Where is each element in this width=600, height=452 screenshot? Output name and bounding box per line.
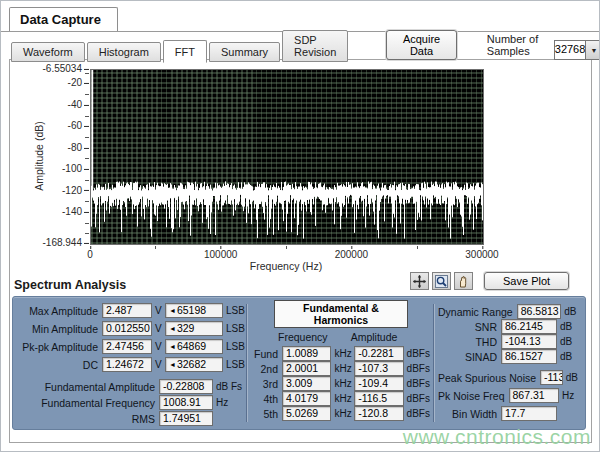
- number-of-samples-combobox[interactable]: 32768 ▼: [554, 40, 600, 60]
- dc-volts-field: 1.24672: [102, 357, 152, 372]
- field-label: THD: [438, 336, 501, 348]
- sinad-row: SINAD 86.1527 dB: [438, 349, 578, 364]
- h2-amplitude-field: -107.3: [354, 361, 403, 376]
- amplitude-column-header: Amplitude: [350, 331, 398, 343]
- harmonic-label: 3rd: [252, 378, 282, 390]
- spectrum-analysis-heading: Spectrum Analysis: [14, 278, 126, 292]
- unit-label: dB: [557, 321, 578, 332]
- y-minor-tick: [85, 73, 89, 74]
- y-tick-label: -20: [68, 77, 89, 88]
- unit-label: V: [152, 359, 165, 370]
- window-title-tab[interactable]: Data Capture: [9, 7, 118, 31]
- cursor-move-icon[interactable]: [410, 272, 429, 290]
- unit-label: dBFs: [404, 408, 430, 419]
- h4-frequency-field: 4.0179: [282, 391, 331, 406]
- x-tick-label: 0: [87, 249, 93, 260]
- peak-spurious-noise-field: -113.76: [540, 370, 563, 385]
- y-minor-tick: [85, 201, 89, 202]
- pan-hand-icon[interactable]: [454, 272, 473, 290]
- field-label: Fundamental Frequency: [17, 397, 159, 409]
- unit-label: dB: [557, 336, 578, 347]
- peak-spurious-noise-row: Peak Spurious Noise -113.76 dB: [438, 370, 578, 385]
- truncation-arrow-icon: ◄: [169, 325, 176, 332]
- unit-label: dB: [557, 351, 578, 362]
- tab-waveform[interactable]: Waveform: [11, 42, 85, 62]
- unit-label: dBFs: [404, 348, 430, 359]
- tab-histogram[interactable]: Histogram: [87, 42, 161, 62]
- pkpk-amplitude-volts-field: 2.47456: [102, 339, 152, 354]
- x-minor-tick: [417, 246, 418, 249]
- dc-row: DC 1.24672 V ◄32682 LSB: [17, 357, 246, 372]
- fundamental-measurements-group: Fundamental Amplitude -0.22808 dB Fs Fun…: [17, 379, 246, 427]
- data-capture-window: Data Capture Waveform Histogram FFT Summ…: [0, 0, 600, 452]
- field-label: Pk Noise Freq: [438, 390, 509, 402]
- h3-frequency-field: 3.009: [282, 376, 331, 391]
- unit-label: Hz: [213, 397, 246, 408]
- y-minor-tick: [85, 137, 89, 138]
- tab-fft[interactable]: FFT: [163, 40, 207, 63]
- fft-plot-canvas[interactable]: [90, 69, 484, 245]
- samples-value: 32768: [555, 41, 586, 59]
- fund-frequency-field: 1.0089: [282, 346, 331, 361]
- save-plot-button[interactable]: Save Plot: [484, 272, 569, 290]
- unit-label: LSB: [223, 341, 246, 352]
- unit-label: kHz: [331, 363, 354, 374]
- y-tick-label: -120: [62, 184, 89, 195]
- field-value: 65198: [177, 304, 206, 316]
- tab-sdp-revision[interactable]: SDP Revision: [282, 30, 348, 62]
- harmonic-label: 4th: [252, 393, 282, 405]
- fundamental-amplitude-row: Fundamental Amplitude -0.22808 dB Fs: [17, 379, 246, 394]
- y-tick-label: -60: [68, 120, 89, 131]
- fundamental-harmonics-group: Fundamental & Harmonics Frequency Amplit…: [252, 299, 430, 421]
- x-minor-tick: [155, 246, 156, 249]
- x-tick-label: 300000: [465, 249, 498, 260]
- rms-row: RMS 1.74951: [17, 411, 246, 426]
- unit-label: V: [152, 305, 165, 316]
- thd-field: -104.13: [501, 334, 557, 349]
- chevron-down-icon[interactable]: ▼: [585, 41, 600, 59]
- x-tick-label: 100000: [204, 249, 237, 260]
- number-of-samples-label: Number of Samples: [487, 33, 546, 57]
- panel-divider: [246, 304, 247, 422]
- panel-divider: [433, 304, 434, 422]
- truncation-arrow-icon: ◄: [169, 343, 176, 350]
- y-minor-tick: [85, 94, 89, 95]
- fundamental-frequency-field: 1008.91: [159, 395, 213, 410]
- unit-label: Hz: [559, 390, 578, 401]
- field-label: Min Amplitude: [17, 323, 102, 335]
- field-label: Max Amplitude: [17, 305, 102, 317]
- x-axis-title: Frequency (Hz): [90, 260, 482, 272]
- tab-summary[interactable]: Summary: [209, 42, 280, 62]
- harmonic-label: Fund: [252, 348, 282, 360]
- harmonic-row-5th: 5th 5.0269 kHz -120.8 dBFs: [252, 406, 430, 421]
- field-value: 329: [177, 322, 195, 334]
- acquire-data-button[interactable]: Acquire Data: [386, 30, 457, 60]
- field-label: Bin Width: [438, 408, 501, 420]
- unit-label: LSB: [223, 305, 246, 316]
- field-value: 32682: [177, 358, 206, 370]
- y-tick-label: -140: [62, 206, 89, 217]
- noise-measurements-group: Dynamic Range 86.5813 dB SNR 86.2145 dB …: [438, 304, 578, 424]
- unit-label: V: [152, 341, 165, 352]
- x-tick-label: 200000: [335, 249, 368, 260]
- unit-label: kHz: [331, 348, 354, 359]
- min-amplitude-lsb-field: ◄329: [165, 321, 223, 336]
- unit-label: LSB: [223, 359, 246, 370]
- unit-label: dBFs: [404, 363, 430, 374]
- harmonic-label: 5th: [252, 408, 282, 420]
- pk-noise-freq-field: 867.31: [509, 388, 560, 403]
- fft-tab-content: Amplitude (dB) -6.55034-20-40-60-80-100-…: [9, 59, 592, 443]
- truncation-arrow-icon: ◄: [169, 307, 176, 314]
- harmonics-title: Fundamental & Harmonics: [274, 300, 408, 328]
- x-axis-ticks: 0100000200000300000: [90, 246, 482, 259]
- y-tick-label: -40: [68, 99, 89, 110]
- unit-label: V: [152, 323, 165, 334]
- spectrum-analysis-panel: Max Amplitude 2.487 V ◄65198 LSB Min Amp…: [12, 296, 586, 430]
- max-amplitude-lsb-field: ◄65198: [165, 303, 223, 318]
- y-minor-tick: [85, 158, 89, 159]
- fundamental-frequency-row: Fundamental Frequency 1008.91 Hz: [17, 395, 246, 410]
- zoom-icon[interactable]: [432, 272, 451, 290]
- unit-label: dB Fs: [213, 381, 246, 392]
- field-label: DC: [17, 359, 102, 371]
- h3-amplitude-field: -109.4: [354, 376, 403, 391]
